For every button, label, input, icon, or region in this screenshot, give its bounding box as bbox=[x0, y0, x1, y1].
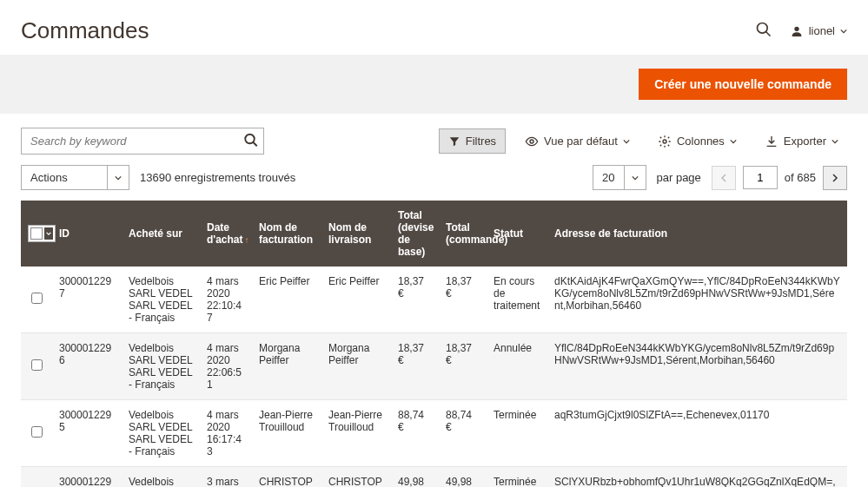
columns-button[interactable]: Colonnes bbox=[649, 129, 745, 154]
action-bar: Créer une nouvelle commande bbox=[0, 55, 868, 114]
cell-total-ordered: 88,74 € bbox=[439, 400, 487, 467]
actions-select[interactable]: Actions bbox=[21, 165, 129, 190]
cell-total-ordered: 18,37 € bbox=[439, 333, 487, 400]
cell-date: 4 mars 2020 22:10:47 bbox=[200, 267, 252, 333]
select-all-header[interactable] bbox=[21, 201, 52, 267]
svg-line-4 bbox=[253, 141, 257, 146]
user-menu[interactable]: lionel bbox=[790, 24, 847, 38]
cell-status: Terminée bbox=[487, 467, 547, 488]
chevron-down-icon bbox=[730, 138, 737, 145]
search-icon bbox=[755, 21, 772, 38]
record-count: 13690 enregistrements trouvés bbox=[140, 171, 295, 184]
page-size-caret[interactable] bbox=[625, 165, 646, 190]
export-icon bbox=[765, 135, 779, 148]
cell-id: 3000012296 bbox=[52, 333, 122, 400]
cell-bill-name: Eric Peiffer bbox=[252, 267, 321, 333]
per-page-label: par page bbox=[657, 171, 701, 184]
col-bill-addr[interactable]: Adresse de facturation bbox=[547, 201, 847, 267]
search-button[interactable] bbox=[243, 132, 259, 150]
col-id[interactable]: ID bbox=[52, 201, 122, 267]
orders-table: ID Acheté sur Date d'achat↑ Nom de factu… bbox=[21, 201, 847, 487]
cell-bill-addr: YflC/84DpRoEeN344kKWbYKG/ycem8oNlv8L5Zm/… bbox=[547, 333, 847, 400]
cell-ship-name: Morgana Peiffer bbox=[321, 333, 391, 400]
eye-icon bbox=[525, 135, 539, 148]
gear-icon bbox=[658, 135, 672, 148]
svg-point-2 bbox=[794, 26, 798, 30]
cell-bill-name: CHRISTOPHE De Pourcq bbox=[252, 467, 321, 488]
page-size-select[interactable]: 20 bbox=[593, 165, 646, 190]
svg-point-3 bbox=[245, 134, 255, 143]
chevron-down-icon bbox=[832, 138, 838, 145]
svg-point-6 bbox=[663, 140, 666, 143]
cell-total-base: 18,37 € bbox=[391, 333, 439, 400]
cell-bill-name: Morgana Peiffer bbox=[252, 333, 321, 400]
col-status[interactable]: Statut bbox=[487, 201, 547, 267]
chevron-down-icon bbox=[632, 174, 639, 181]
sort-arrow-icon: ↑ bbox=[245, 235, 249, 245]
default-view-button[interactable]: Vue par défaut bbox=[516, 129, 639, 154]
col-total-base[interactable]: Total (devise de base) bbox=[391, 201, 439, 267]
chevron-down-icon bbox=[46, 231, 51, 236]
cell-bill-addr: aqR3tumGjCjxt9l0SlZFtA==,Echenevex,01170 bbox=[547, 400, 847, 467]
cell-id: 3000012297 bbox=[52, 267, 122, 333]
actions-caret[interactable] bbox=[108, 165, 129, 190]
col-ship-name[interactable]: Nom de livraison bbox=[321, 201, 391, 267]
chevron-down-icon bbox=[115, 174, 122, 181]
cell-store: Vedelbois SARL VEDEL SARL VEDEL - França… bbox=[122, 400, 200, 467]
cell-status: Annulée bbox=[487, 333, 547, 400]
row-checkbox[interactable] bbox=[31, 359, 43, 371]
col-date[interactable]: Date d'achat↑ bbox=[200, 201, 252, 267]
svg-point-0 bbox=[757, 23, 767, 34]
cell-store: Vedelbois SARL VEDEL SARL VEDEL - França… bbox=[122, 467, 200, 488]
cell-total-ordered: 18,37 € bbox=[439, 267, 487, 333]
filters-button[interactable]: Filtres bbox=[439, 128, 506, 154]
cell-bill-addr: SClYXURbzb+obhomfQv1Uhr1uW8QKq2GGqZnlXqE… bbox=[547, 467, 847, 488]
funnel-icon bbox=[448, 135, 461, 148]
cell-bill-addr: dKtKAidAjK4FwrQaXGmQYw==,YflC/84DpRoEeN3… bbox=[547, 267, 847, 333]
user-icon bbox=[790, 24, 804, 38]
cell-store: Vedelbois SARL VEDEL SARL VEDEL - França… bbox=[122, 267, 200, 333]
cell-ship-name: CHRISTOPHE De Pourcq bbox=[321, 467, 391, 488]
create-order-button[interactable]: Créer une nouvelle commande bbox=[639, 69, 847, 100]
col-bill-name[interactable]: Nom de facturation bbox=[252, 201, 321, 267]
search-input[interactable] bbox=[21, 128, 264, 155]
cell-ship-name: Jean-Pierre Trouilloud bbox=[321, 400, 391, 467]
table-row[interactable]: 3000012294Vedelbois SARL VEDEL SARL VEDE… bbox=[21, 467, 847, 488]
table-row[interactable]: 3000012297Vedelbois SARL VEDEL SARL VEDE… bbox=[21, 267, 847, 333]
cell-total-base: 88,74 € bbox=[391, 400, 439, 467]
row-checkbox[interactable] bbox=[31, 426, 43, 438]
page-header: Commandes lionel bbox=[21, 0, 847, 55]
current-page-input[interactable] bbox=[743, 166, 778, 189]
chevron-down-icon bbox=[623, 138, 630, 145]
chevron-right-icon bbox=[831, 174, 839, 182]
cell-store: Vedelbois SARL VEDEL SARL VEDEL - França… bbox=[122, 333, 200, 400]
row-checkbox[interactable] bbox=[31, 293, 43, 304]
svg-point-5 bbox=[530, 140, 533, 143]
table-row[interactable]: 3000012295Vedelbois SARL VEDEL SARL VEDE… bbox=[21, 400, 847, 467]
export-button[interactable]: Exporter bbox=[756, 129, 847, 154]
cell-status: En cours de traitement bbox=[487, 267, 547, 333]
col-store[interactable]: Acheté sur bbox=[122, 201, 200, 267]
cell-status: Terminée bbox=[487, 400, 547, 467]
cell-id: 3000012295 bbox=[52, 400, 122, 467]
svg-line-1 bbox=[765, 32, 770, 36]
search-icon bbox=[243, 132, 259, 148]
cell-total-base: 18,37 € bbox=[391, 267, 439, 333]
cell-total-base: 49,98 € bbox=[391, 467, 439, 488]
cell-total-ordered: 49,98 € bbox=[439, 467, 487, 488]
cell-id: 3000012294 bbox=[52, 467, 122, 488]
page-title: Commandes bbox=[21, 17, 149, 44]
prev-page-button[interactable] bbox=[712, 166, 736, 190]
search-toggle-button[interactable] bbox=[752, 17, 776, 44]
chevron-down-icon bbox=[840, 28, 847, 35]
cell-date: 4 mars 2020 16:17:43 bbox=[200, 400, 252, 467]
next-page-button[interactable] bbox=[823, 166, 847, 190]
search-wrapper bbox=[21, 128, 264, 155]
cell-bill-name: Jean-Pierre Trouilloud bbox=[252, 400, 321, 467]
of-label: of 685 bbox=[785, 171, 816, 184]
chevron-left-icon bbox=[719, 174, 728, 182]
col-total-ordered[interactable]: Total (commandé) bbox=[439, 201, 487, 267]
user-name: lionel bbox=[809, 24, 835, 37]
table-row[interactable]: 3000012296Vedelbois SARL VEDEL SARL VEDE… bbox=[21, 333, 847, 400]
cell-date: 4 mars 2020 22:06:51 bbox=[200, 333, 252, 400]
